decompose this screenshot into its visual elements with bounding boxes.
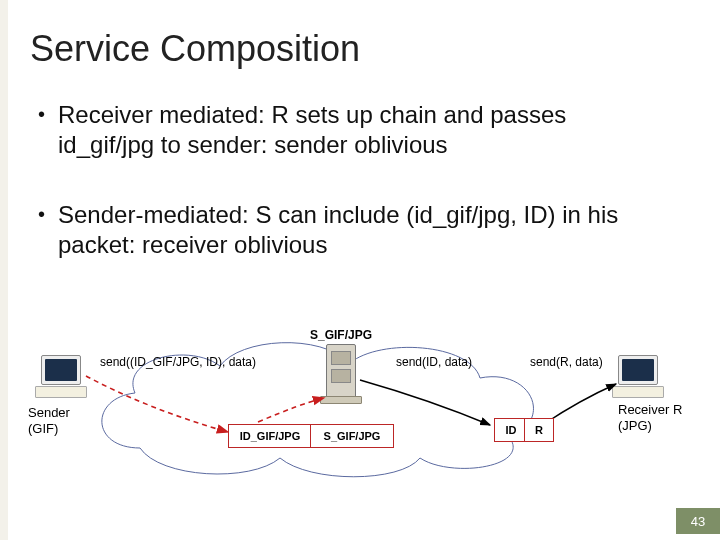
- msg-send-r: send(R, data): [530, 355, 603, 369]
- page-number: 43: [676, 508, 720, 534]
- receiver-label-line1: Receiver R: [618, 402, 682, 417]
- sender-label-line2: (GIF): [28, 421, 58, 436]
- msg-send-full: send((ID_GIF/JPG, ID), data): [100, 355, 256, 369]
- bullet-1-text: Receiver mediated: R sets up chain and p…: [58, 100, 668, 160]
- sender-computer-icon: [35, 355, 85, 399]
- receiver-computer-icon: [612, 355, 662, 399]
- hop-r-box: R: [524, 418, 554, 442]
- bullet-2: • Sender-mediated: S can include (id_gif…: [38, 200, 698, 260]
- msg-send-id: send(ID, data): [396, 355, 472, 369]
- sender-label-line1: Sender: [28, 405, 70, 420]
- bullet-1: • Receiver mediated: R sets up chain and…: [38, 100, 668, 160]
- hop-s-gif-box: S_GIF/JPG: [310, 424, 394, 448]
- left-accent-bar: [0, 0, 8, 540]
- server-icon: [320, 344, 360, 404]
- service-label: S_GIF/JPG: [310, 328, 372, 342]
- hop-id-box: ID: [494, 418, 528, 442]
- hop-id-gif-box: ID_GIF/JPG: [228, 424, 312, 448]
- receiver-label-line2: (JPG): [618, 418, 652, 433]
- bullet-dot: •: [38, 102, 45, 127]
- bullet-dot: •: [38, 202, 45, 227]
- bullet-2-text: Sender-mediated: S can include (id_gif/j…: [58, 200, 698, 260]
- slide-title: Service Composition: [30, 28, 360, 70]
